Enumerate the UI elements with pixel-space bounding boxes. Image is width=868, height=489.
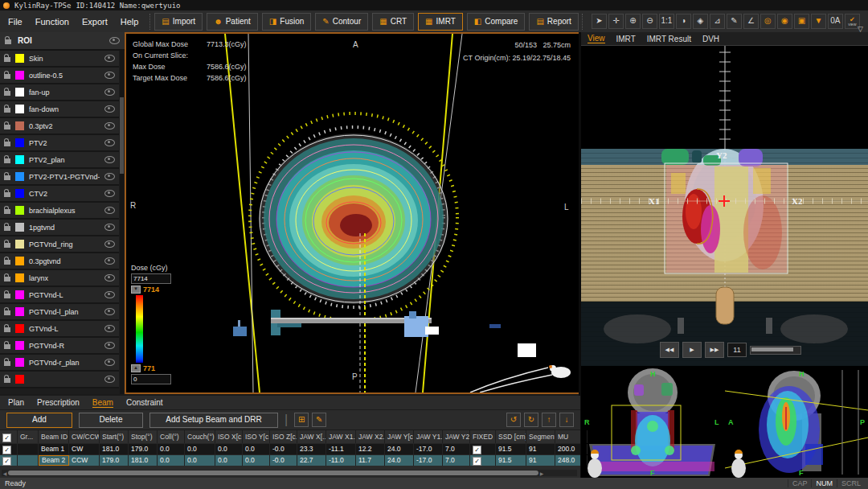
- roi-item[interactable]: PTV2: [0, 135, 119, 152]
- visibility-eye-icon[interactable]: [104, 173, 115, 180]
- lock-icon[interactable]: [4, 226, 10, 231]
- roi-item[interactable]: PGTVnd-R: [0, 338, 119, 355]
- lock-icon[interactable]: [4, 108, 10, 113]
- dose-profile-tool[interactable]: ⊿: [710, 14, 725, 29]
- roi-item[interactable]: PGTVnd-l_plan: [0, 304, 119, 321]
- lock-icon[interactable]: [4, 260, 10, 265]
- lock-icon[interactable]: [4, 361, 10, 366]
- move-up-button[interactable]: ↑: [542, 413, 556, 427]
- visibility-eye-icon[interactable]: [104, 376, 115, 383]
- lock-icon[interactable]: [4, 74, 10, 79]
- toolbar-button-crt[interactable]: ▦CRT: [372, 13, 414, 31]
- roi-item[interactable]: fan-down: [0, 101, 119, 118]
- visibility-eye-icon[interactable]: [104, 325, 115, 332]
- cube-3d-tool[interactable]: ◈: [693, 14, 708, 29]
- roi-item[interactable]: brachialplexus: [0, 203, 119, 220]
- play-button[interactable]: ▶: [682, 342, 702, 358]
- toolbar-button-fusion[interactable]: ◨Fusion: [262, 13, 311, 31]
- visibility-eye-icon[interactable]: [109, 37, 120, 44]
- visibility-eye-icon[interactable]: [104, 207, 115, 214]
- visibility-eye-icon[interactable]: [104, 122, 115, 129]
- pointer-tool[interactable]: ➤: [592, 14, 607, 29]
- circle-target-tool[interactable]: ◎: [760, 14, 776, 29]
- visibility-eye-icon[interactable]: [104, 274, 115, 281]
- angle-tool[interactable]: ∠: [743, 14, 759, 29]
- scroll-right-arrow[interactable]: ▶: [538, 471, 545, 476]
- visibility-eye-icon[interactable]: [104, 291, 115, 298]
- axial-view[interactable]: Global Max Dose7713.3(cGy)On Current Sli…: [125, 32, 580, 394]
- roi-item[interactable]: 0.3ptv2: [0, 118, 119, 135]
- roi-item[interactable]: 0.3pgtvnd: [0, 253, 119, 270]
- lock-icon[interactable]: [4, 125, 10, 129]
- roi-scrollbar[interactable]: [120, 51, 124, 394]
- pan-tool[interactable]: ✛: [608, 14, 624, 29]
- lock-icon[interactable]: [5, 39, 11, 44]
- roi-item[interactable]: PGTVnd-L: [0, 287, 119, 304]
- beam-table-hscrollbar[interactable]: ◀ ▶: [2, 470, 577, 476]
- upper-handle-icon[interactable]: ▼: [131, 286, 141, 294]
- roi-item[interactable]: CTV2: [0, 186, 119, 203]
- toolbar-button-contour[interactable]: ✎Contour: [315, 13, 368, 31]
- checkbox[interactable]: ✓: [2, 457, 11, 466]
- roi-item[interactable]: 1pgtvnd: [0, 220, 119, 236]
- visibility-eye-icon[interactable]: [104, 190, 115, 197]
- save-export-tool[interactable]: ▼: [811, 14, 826, 29]
- visibility-eye-icon[interactable]: [104, 72, 115, 79]
- roi-scrollbar-thumb[interactable]: [120, 97, 124, 174]
- visibility-eye-icon[interactable]: [104, 88, 115, 96]
- menu-file[interactable]: File: [8, 17, 23, 27]
- tab-view[interactable]: View: [588, 34, 605, 43]
- lock-icon[interactable]: [4, 378, 10, 383]
- measure-tool[interactable]: ✎: [727, 14, 742, 29]
- visibility-eye-icon[interactable]: [104, 139, 115, 146]
- visibility-eye-icon[interactable]: [104, 156, 115, 163]
- menu-function[interactable]: Function: [35, 17, 69, 27]
- bev-view[interactable]: X1 X2 Y2 ◀◀ ▶ ▶▶ 11: [581, 46, 868, 366]
- fast-forward-button[interactable]: ▶▶: [705, 342, 724, 358]
- roi-item[interactable]: outline-0.5: [0, 68, 119, 84]
- checkbox[interactable]: ✓: [2, 434, 11, 442]
- menu-help[interactable]: Help: [121, 17, 139, 27]
- lock-icon[interactable]: [4, 142, 10, 146]
- toolbar-button-imrt[interactable]: ▦IMRT: [418, 13, 463, 31]
- lock-icon[interactable]: [4, 175, 10, 180]
- toolbar-button-import[interactable]: ▤Import: [154, 13, 203, 31]
- new-window-button[interactable]: ⊞: [294, 413, 309, 427]
- tab-plan[interactable]: Plan: [8, 398, 24, 407]
- dose-min-input[interactable]: 0: [131, 374, 171, 384]
- visibility-eye-icon[interactable]: [104, 240, 115, 248]
- roi-item[interactable]: [0, 372, 119, 388]
- actual-size-tool[interactable]: 1:1: [659, 14, 674, 29]
- add-setup-beam-drr-button[interactable]: Add Setup Beam and DRR: [149, 413, 278, 428]
- roi-item[interactable]: PTV2-PTV1-PGTVnd-PGTVn:: [0, 169, 119, 186]
- visibility-eye-icon[interactable]: [104, 257, 115, 265]
- toolbar-button-patient[interactable]: ☻Patient: [207, 13, 258, 31]
- beam-row[interactable]: ✓Beam 2CCW179.0181.00.00.00.00.0-0.022.7…: [0, 454, 580, 466]
- add-beam-button[interactable]: Add: [6, 413, 72, 428]
- roi-item[interactable]: PGTVnd-r_plan: [0, 355, 119, 372]
- visibility-eye-icon[interactable]: [104, 342, 115, 349]
- visibility-eye-icon[interactable]: [104, 55, 115, 62]
- lock-icon[interactable]: [4, 277, 10, 281]
- lock-icon[interactable]: [4, 310, 10, 315]
- visibility-eye-icon[interactable]: [104, 308, 115, 315]
- roi-item[interactable]: GTVnd-L: [0, 321, 119, 338]
- lock-icon[interactable]: [4, 91, 10, 96]
- tab-beam[interactable]: Beam: [92, 398, 113, 408]
- tab-imrt[interactable]: IMRT: [616, 35, 636, 43]
- rotate-ccw-button[interactable]: ↺: [506, 413, 521, 427]
- lock-tool[interactable]: ▣: [794, 14, 809, 29]
- lock-icon[interactable]: [4, 327, 10, 332]
- coronal-view[interactable]: H R L F: [581, 367, 723, 478]
- roi-item[interactable]: Skin: [0, 51, 119, 68]
- lock-icon[interactable]: [4, 192, 10, 197]
- visibility-eye-icon[interactable]: [104, 359, 115, 366]
- lock-icon[interactable]: [4, 294, 10, 298]
- hscrollbar-thumb[interactable]: [8, 471, 538, 475]
- edit-button[interactable]: ✎: [312, 413, 326, 427]
- tab-prescription[interactable]: Prescription: [37, 398, 80, 407]
- tab-imrt-result[interactable]: IMRT Result: [647, 35, 691, 43]
- toolbar-button-report[interactable]: ▤Report: [529, 13, 578, 31]
- sagittal-view[interactable]: H A P F: [725, 367, 868, 478]
- contrast-tool[interactable]: ◑: [676, 14, 691, 29]
